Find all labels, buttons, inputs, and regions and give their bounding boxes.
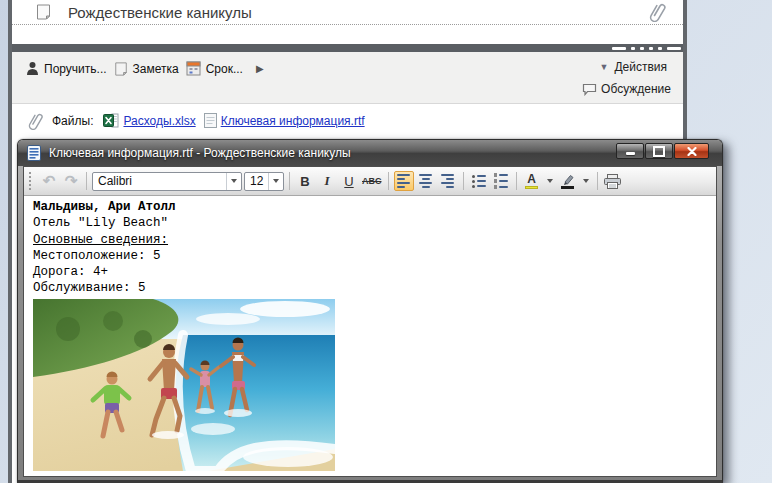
desktop-background: Рождественские каникулы Поручить... xyxy=(0,0,772,483)
attachment-xlsx-link[interactable]: Расходы.xlsx xyxy=(123,114,195,128)
toolbar-separator xyxy=(516,172,517,190)
files-paperclip-icon xyxy=(28,112,44,130)
document-line: Основные сведения: xyxy=(33,232,716,248)
calendar-icon xyxy=(186,61,201,76)
toolbar-expand-arrow[interactable]: ▶ xyxy=(256,63,264,74)
due-label: Срок... xyxy=(206,62,243,76)
numbered-list-button[interactable] xyxy=(491,171,511,191)
document-line: Отель "Lily Beach" xyxy=(33,215,716,231)
note-icon xyxy=(36,4,51,20)
beach-family-photo xyxy=(33,299,335,471)
font-color-letter: A xyxy=(527,173,536,185)
maximize-icon xyxy=(653,146,665,157)
toolbar-separator xyxy=(86,172,87,190)
font-size-value: 12 xyxy=(245,174,268,188)
toolbar-separator xyxy=(388,172,389,190)
hidden-window-fragment xyxy=(612,46,681,50)
highlight-color-swatch xyxy=(561,186,574,189)
chevron-down-icon xyxy=(273,179,279,183)
note-page-icon xyxy=(114,62,128,76)
wordpad-title: Ключевая информация.rtf - Рождественские… xyxy=(49,146,351,160)
toolbar-separator xyxy=(597,172,598,190)
font-name-combobox[interactable]: Calibri xyxy=(92,172,242,191)
font-size-dropdown[interactable] xyxy=(268,173,283,190)
underline-button[interactable]: U xyxy=(339,171,359,191)
align-left-button[interactable] xyxy=(394,171,414,191)
numbered-list-icon xyxy=(494,173,508,189)
align-center-icon xyxy=(419,174,432,188)
bold-button[interactable]: B xyxy=(295,171,315,191)
document-line: Обслуживание: 5 xyxy=(33,280,716,296)
chevron-down-icon xyxy=(231,179,237,183)
bullet-list-icon xyxy=(472,175,486,188)
font-color-dropdown[interactable] xyxy=(544,171,556,191)
maximize-button[interactable] xyxy=(645,143,673,159)
discussion-button[interactable]: Обсуждение xyxy=(582,82,671,96)
rtf-file-icon xyxy=(204,113,217,128)
note-label: Заметка xyxy=(133,62,179,76)
wordpad-titlebar[interactable]: Ключевая информация.rtf - Рождественские… xyxy=(18,140,722,166)
wordpad-content: ↶ ↷ Calibri 12 B I U ABC xyxy=(23,166,717,477)
toolbar-separator xyxy=(289,172,290,190)
align-center-button[interactable] xyxy=(416,171,436,191)
window-edge-band xyxy=(12,44,683,52)
redo-button[interactable]: ↷ xyxy=(61,171,81,191)
wordpad-window: Ключевая информация.rtf - Рождественские… xyxy=(17,139,723,483)
note-toolbar: Поручить... Заметка xyxy=(12,52,683,104)
italic-button[interactable]: I xyxy=(317,171,337,191)
align-right-icon xyxy=(441,174,454,188)
printer-icon xyxy=(604,174,621,189)
actions-menu[interactable]: ▼ Действия xyxy=(600,60,668,74)
bullet-list-button[interactable] xyxy=(469,171,489,191)
chevron-down-icon xyxy=(583,179,589,183)
document-editor[interactable]: Мальдивы, Ари Атолл Отель "Lily Beach" О… xyxy=(24,196,716,476)
chevron-down-icon xyxy=(547,179,553,183)
highlight-button[interactable] xyxy=(558,171,578,191)
minimize-icon xyxy=(626,152,635,155)
undo-button[interactable]: ↶ xyxy=(39,171,59,191)
strikethrough-button[interactable]: ABC xyxy=(361,171,383,191)
document-line: Местоположение: 5 xyxy=(33,248,716,264)
excel-icon xyxy=(103,113,119,128)
files-label: Файлы: xyxy=(52,114,93,128)
align-left-icon xyxy=(397,174,410,188)
font-name-dropdown[interactable] xyxy=(226,173,241,190)
font-color-button[interactable]: A xyxy=(522,171,542,191)
close-button[interactable] xyxy=(674,143,709,159)
minimize-button[interactable] xyxy=(616,143,644,159)
note-title-row: Рождественские каникулы xyxy=(12,0,683,25)
close-icon xyxy=(687,147,697,156)
document-line: Дорога: 4+ xyxy=(33,264,716,280)
toolbar-grip[interactable] xyxy=(29,172,35,190)
speech-bubble-icon xyxy=(582,83,597,96)
attachments-row: Файлы: Расходы.xlsx xyxy=(12,104,683,137)
font-size-combobox[interactable]: 12 xyxy=(244,172,284,191)
wordpad-doc-icon xyxy=(27,145,41,161)
note-button[interactable]: Заметка xyxy=(114,62,179,76)
attachment-xlsx[interactable]: Расходы.xlsx xyxy=(103,113,195,128)
discussion-label: Обсуждение xyxy=(601,82,671,96)
wordpad-toolbar: ↶ ↷ Calibri 12 B I U ABC xyxy=(24,167,716,196)
attachment-rtf[interactable]: Ключевая информация.rtf xyxy=(204,113,365,128)
note-title: Рождественские каникулы xyxy=(68,4,252,21)
assign-label: Поручить... xyxy=(44,62,107,76)
attachment-paperclip-icon xyxy=(649,2,667,22)
font-name-value: Calibri xyxy=(93,174,226,188)
print-button[interactable] xyxy=(603,171,623,191)
align-right-button[interactable] xyxy=(438,171,458,191)
actions-dropdown-icon: ▼ xyxy=(600,62,609,72)
font-color-swatch xyxy=(525,186,538,189)
attachment-rtf-link[interactable]: Ключевая информация.rtf xyxy=(221,114,365,128)
highlighter-pen-icon xyxy=(561,174,574,185)
person-icon xyxy=(26,61,39,76)
toolbar-separator xyxy=(463,172,464,190)
actions-label: Действия xyxy=(614,60,667,74)
assign-button[interactable]: Поручить... xyxy=(26,61,107,76)
highlight-dropdown[interactable] xyxy=(580,171,592,191)
due-date-button[interactable]: Срок... xyxy=(186,61,243,76)
document-line: Мальдивы, Ари Атолл xyxy=(33,199,716,215)
